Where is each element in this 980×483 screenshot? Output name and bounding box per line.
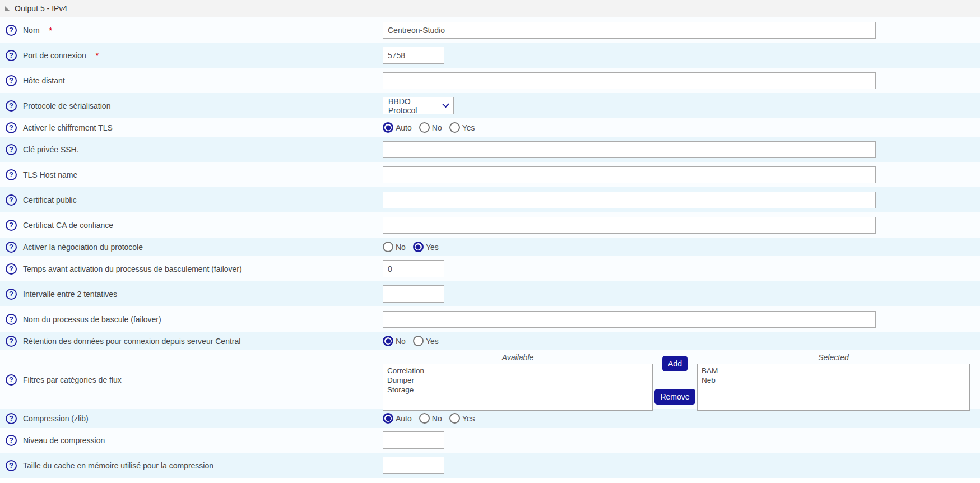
help-icon[interactable]: ?	[6, 336, 17, 347]
failover-time-input[interactable]	[383, 260, 444, 277]
available-list[interactable]: Correlation Dumper Storage	[383, 364, 653, 411]
list-item[interactable]: BAM	[702, 366, 965, 375]
help-icon[interactable]: ?	[6, 413, 17, 424]
available-list-title: Available	[383, 353, 653, 364]
port-input[interactable]	[383, 47, 444, 64]
row-protocole: ? Protocole de sérialisation BBDO Protoc…	[0, 93, 980, 118]
help-icon[interactable]: ?	[6, 314, 17, 325]
row-cert-ca: ? Certificat CA de confiance	[0, 212, 980, 238]
retention-radio-group: No Yes	[383, 336, 439, 346]
radio-option-yes[interactable]: Yes	[413, 336, 439, 346]
retry-interval-input[interactable]	[383, 285, 444, 303]
field-label: Rétention des données pour connexion dep…	[23, 337, 240, 346]
help-icon[interactable]: ?	[6, 263, 17, 275]
row-tls: ? Activer le chiffrement TLS Auto No Yes	[0, 118, 980, 137]
field-label: Protocole de sérialisation	[23, 101, 110, 110]
remote-host-input[interactable]	[383, 72, 876, 89]
help-icon[interactable]: ?	[6, 460, 17, 471]
chevron-down-icon	[442, 100, 449, 107]
field-label: Niveau de compression	[23, 436, 105, 445]
category-filter-duallist: Available Correlation Dumper Storage Add…	[383, 353, 970, 411]
field-label: Compression (zlib)	[23, 414, 89, 423]
remove-button[interactable]: Remove	[654, 389, 695, 405]
row-failover-name: ? Nom du processus de bascule (failover)	[0, 306, 980, 332]
ssh-private-key-input[interactable]	[383, 141, 876, 158]
list-item[interactable]: Correlation	[387, 366, 648, 375]
field-label: Port de connexion	[23, 51, 86, 60]
help-icon[interactable]: ?	[6, 435, 17, 446]
collapse-toggle-icon[interactable]	[5, 6, 10, 11]
add-button[interactable]: Add	[662, 356, 688, 371]
row-retention: ? Rétention des données pour connexion d…	[0, 332, 980, 350]
help-icon[interactable]: ?	[6, 25, 17, 36]
radio-unchecked-icon	[413, 336, 424, 346]
row-port: ? Port de connexion *	[0, 43, 980, 68]
radio-option-yes[interactable]: Yes	[449, 122, 475, 133]
help-icon[interactable]: ?	[6, 144, 17, 155]
row-filters: ? Filtres par catégories de flux Availab…	[0, 350, 980, 409]
field-label: Temps avant activation du processus de b…	[23, 264, 242, 273]
section-header[interactable]: Output 5 - IPv4	[0, 0, 980, 17]
public-certificate-input[interactable]	[383, 192, 876, 208]
compression-cache-input[interactable]	[383, 457, 444, 474]
row-hote-distant: ? Hôte distant	[0, 68, 980, 93]
list-item[interactable]: Storage	[387, 385, 648, 394]
list-item[interactable]: Dumper	[387, 375, 648, 385]
select-value: BBDO Protocol	[388, 97, 439, 115]
field-label: Activer la négociation du protocole	[23, 243, 143, 252]
help-icon[interactable]: ?	[6, 50, 17, 61]
radio-checked-icon	[383, 413, 393, 424]
row-failover-time: ? Temps avant activation du processus de…	[0, 256, 980, 281]
field-label: Intervalle entre 2 tentatives	[23, 290, 117, 299]
radio-checked-icon	[383, 336, 393, 346]
required-asterisk: *	[49, 26, 52, 35]
radio-unchecked-icon	[449, 122, 460, 133]
help-icon[interactable]: ?	[6, 169, 17, 180]
tls-radio-group: Auto No Yes	[383, 122, 475, 133]
radio-option-no[interactable]: No	[419, 122, 442, 133]
radio-option-auto[interactable]: Auto	[383, 413, 412, 424]
field-label: Taille du cache en mémoire utilisé pour …	[23, 461, 213, 470]
radio-option-no[interactable]: No	[383, 242, 406, 252]
help-icon[interactable]: ?	[6, 100, 17, 112]
field-label: Activer le chiffrement TLS	[23, 123, 113, 132]
row-cle-privee: ? Clé privée SSH.	[0, 137, 980, 162]
radio-option-yes[interactable]: Yes	[449, 413, 475, 424]
radio-unchecked-icon	[419, 122, 430, 133]
nom-input[interactable]	[383, 22, 876, 39]
field-label: Nom du processus de bascule (failover)	[23, 315, 161, 324]
tls-hostname-input[interactable]	[383, 166, 876, 183]
compression-level-input[interactable]	[383, 431, 444, 449]
help-icon[interactable]: ?	[6, 220, 17, 231]
row-tls-hostname: ? TLS Host name	[0, 162, 980, 187]
radio-option-auto[interactable]: Auto	[383, 122, 412, 133]
radio-unchecked-icon	[449, 413, 460, 424]
row-compression-level: ? Niveau de compression	[0, 428, 980, 453]
list-item[interactable]: Neb	[702, 375, 965, 385]
serialization-protocol-select[interactable]: BBDO Protocol	[383, 97, 454, 114]
help-icon[interactable]: ?	[6, 122, 17, 133]
radio-option-no[interactable]: No	[383, 336, 406, 346]
selected-list-title: Selected	[697, 353, 970, 364]
row-negociation: ? Activer la négociation du protocole No…	[0, 238, 980, 256]
help-icon[interactable]: ?	[6, 374, 17, 386]
radio-option-yes[interactable]: Yes	[413, 242, 439, 252]
ca-certificate-input[interactable]	[383, 217, 876, 234]
field-label: Filtres par catégories de flux	[23, 375, 122, 384]
row-cert-public: ? Certificat public	[0, 187, 980, 212]
radio-checked-icon	[383, 122, 393, 133]
row-compression-cache: ? Taille du cache en mémoire utilisé pou…	[0, 453, 980, 478]
row-retry-interval: ? Intervalle entre 2 tentatives	[0, 281, 980, 306]
field-label: Hôte distant	[23, 76, 65, 85]
help-icon[interactable]: ?	[6, 289, 17, 300]
selected-list[interactable]: BAM Neb	[697, 364, 970, 411]
help-icon[interactable]: ?	[6, 194, 17, 206]
failover-name-input[interactable]	[383, 311, 876, 328]
help-icon[interactable]: ?	[6, 75, 17, 86]
row-nom: ? Nom *	[0, 17, 980, 43]
negotiation-radio-group: No Yes	[383, 242, 439, 252]
radio-option-no[interactable]: No	[419, 413, 442, 424]
section-title: Output 5 - IPv4	[15, 4, 67, 13]
field-label: Clé privée SSH.	[23, 145, 79, 154]
help-icon[interactable]: ?	[6, 242, 17, 253]
